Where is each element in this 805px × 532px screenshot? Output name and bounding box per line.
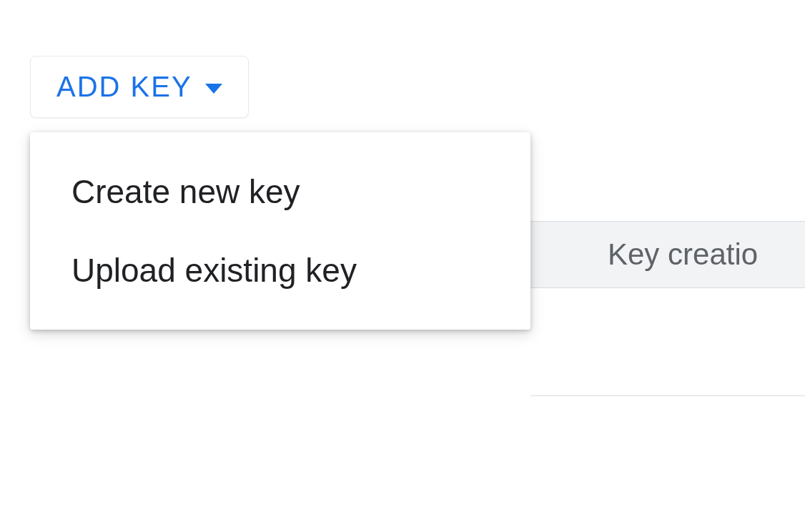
table-header-row: Key creatio	[530, 221, 805, 288]
menu-item-upload-existing-key[interactable]: Upload existing key	[30, 231, 530, 310]
table-header-key-creation: Key creatio	[608, 237, 758, 272]
add-key-dropdown-menu: Create new key Upload existing key	[30, 132, 530, 330]
dropdown-arrow-icon	[205, 84, 222, 94]
add-key-label: ADD KEY	[56, 71, 192, 103]
add-key-button[interactable]: ADD KEY	[30, 56, 249, 118]
menu-item-create-new-key[interactable]: Create new key	[30, 152, 530, 231]
table-row-divider	[530, 395, 805, 396]
